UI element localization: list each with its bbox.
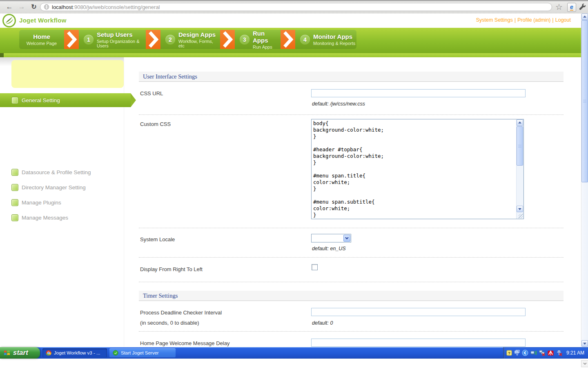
header-links: System Settings|Profile (admin)|Logout	[476, 17, 571, 23]
custom-css-textarea-wrap: body{ background-color:white; } #header …	[311, 119, 524, 219]
scroll-up-button[interactable]	[581, 13, 588, 20]
hide-tray-icons-chevron[interactable]	[522, 350, 528, 356]
wireless-disconnected-icon[interactable]	[556, 350, 562, 356]
tab-title: Run Apps	[253, 30, 281, 44]
reload-button[interactable]: ↻	[29, 2, 39, 12]
link-separator: |	[552, 17, 554, 23]
screen: ← → ↻ localhost:9080/jw/web/console/sett…	[0, 0, 588, 368]
windows-flag-icon	[3, 349, 11, 357]
sidebar-item-general-setting[interactable]: General Setting	[0, 93, 131, 107]
forward-button[interactable]: →	[16, 2, 27, 12]
css-url-input[interactable]	[311, 89, 526, 97]
task-label: Start Joget Server	[121, 350, 159, 355]
menu-square-icon	[11, 214, 18, 221]
tab-subtitle: Monitoring & Reports	[313, 41, 355, 46]
globe-icon	[44, 4, 49, 10]
step-number-badge: 4	[300, 35, 310, 45]
textarea-resize-handle[interactable]	[519, 214, 523, 218]
ie-icon: e	[570, 4, 573, 11]
sidebar-item-directory-manager[interactable]: Directory Manager Setting	[0, 183, 86, 191]
link-profile[interactable]: Profile (admin)	[517, 17, 550, 23]
scrollbar-thumb[interactable]	[517, 126, 523, 166]
tab-home[interactable]: Home Welcome Page	[19, 30, 64, 49]
sidebar-item-label: Manage Messages	[22, 215, 68, 221]
tab-subtitle: Workflow, Forms, etc	[178, 39, 220, 48]
svg-text:?: ?	[508, 351, 510, 355]
arrow-separator-icon	[220, 30, 235, 49]
step-number-badge: 1	[84, 35, 94, 45]
avira-antivirus-icon[interactable]	[548, 350, 554, 356]
browser-toolbar: ← → ↻ localhost:9080/jw/web/console/sett…	[0, 0, 588, 14]
scroll-down-button[interactable]	[581, 340, 588, 347]
css-url-default-hint: default: /jw/css/new.css	[312, 101, 365, 107]
tab-subtitle: Run Apps	[253, 45, 281, 49]
scroll-up-button[interactable]	[517, 119, 523, 126]
menu-square-icon	[11, 184, 18, 191]
network-disconnected-icon[interactable]	[539, 350, 546, 356]
rtl-checkbox[interactable]	[312, 264, 318, 270]
start-button[interactable]: start	[0, 347, 40, 359]
system-locale-default-hint: default: en_US	[312, 246, 346, 251]
scrollbar-grip	[518, 145, 521, 148]
sidebar-item-label: Directory Manager Setting	[22, 184, 86, 191]
bookmark-star-icon[interactable]: ☆	[555, 2, 563, 12]
tab-subtitle: Welcome Page	[27, 41, 57, 46]
taskbar-task-joget-server[interactable]: Start Joget Server	[109, 348, 176, 357]
back-button[interactable]: ←	[4, 2, 15, 12]
language-bar-restore-icon[interactable]	[514, 350, 520, 356]
row-divider	[139, 228, 564, 228]
custom-css-textarea[interactable]: body{ background-color:white; } #header …	[312, 119, 516, 218]
scrollbar-thumb[interactable]	[581, 20, 588, 182]
deadline-interval-input[interactable]	[311, 308, 526, 316]
arrow-separator-icon	[64, 30, 79, 49]
system-locale-label: System Locale	[140, 236, 175, 242]
custom-css-label: Custom CSS	[140, 121, 171, 127]
scroll-down-button[interactable]	[517, 206, 523, 212]
start-label: start	[13, 349, 28, 357]
sidebar-item-manage-plugins[interactable]: Manage Plugins	[0, 198, 61, 206]
sidebar-item-manage-messages[interactable]: Manage Messages	[0, 213, 68, 222]
clock: 9:21 AM	[566, 350, 584, 356]
network-activity-icon[interactable]	[530, 350, 537, 356]
rtl-label: Display From Right To Left	[140, 266, 203, 272]
tab-title: Design Apps	[178, 31, 220, 38]
menu-square-icon	[11, 169, 18, 176]
arrow-separator-icon	[281, 30, 295, 49]
row-divider	[139, 282, 564, 282]
navbar-bottom-strip	[0, 53, 581, 57]
wrench-menu-button[interactable]	[578, 3, 587, 11]
link-logout[interactable]: Logout	[555, 17, 571, 23]
tab-design-apps[interactable]: 2 Design Apps Workflow, Forms, etc	[160, 30, 220, 49]
deadline-interval-label: Process Deadline Checker Interval	[140, 310, 222, 316]
dropdown-chevron-icon[interactable]	[343, 235, 350, 242]
sidebar-item-datasource-profile[interactable]: Datasource & Profile Setting	[0, 168, 91, 176]
tab-title: Setup Users	[97, 31, 146, 38]
nav-tabs: Home Welcome Page 1 Setup Users Setup Or…	[19, 30, 356, 49]
deadline-interval-sublabel: (in seconds, 0 to disable)	[140, 320, 199, 326]
textarea-scrollbar[interactable]	[516, 119, 523, 219]
taskbar-task-chrome[interactable]: Joget Workflow v3 - ...	[42, 348, 107, 357]
deadline-interval-default-hint: default: 0	[312, 320, 333, 326]
link-separator: |	[514, 17, 516, 23]
system-locale-select[interactable]	[311, 234, 351, 242]
welcome-delay-input[interactable]	[311, 339, 526, 347]
task-label: Joget Workflow v3 - ...	[54, 350, 100, 355]
page-scrollbar[interactable]	[581, 13, 588, 347]
outer-scroll-down-icon[interactable]	[581, 360, 588, 367]
chrome-icon	[46, 350, 51, 356]
tab-monitor-apps[interactable]: 4 Monitor Apps Monitoring & Reports	[295, 30, 356, 49]
tab-run-apps[interactable]: 3 Run Apps Run Apps	[235, 30, 281, 49]
address-bar[interactable]: localhost:9080/jw/web/console/setting/ge…	[40, 3, 552, 11]
sidebar-item-label: Manage Plugins	[22, 200, 61, 206]
sidebar-item-label: Datasource & Profile Setting	[22, 169, 91, 175]
ie-tab-extension-button[interactable]: e	[567, 3, 576, 12]
help-tray-icon[interactable]: ?	[506, 350, 512, 356]
row-divider	[139, 331, 564, 332]
system-tray: ? 9:21 AM	[503, 347, 588, 359]
link-system-settings[interactable]: System Settings	[476, 17, 513, 23]
section-header-ui-settings: User Interface Settings	[139, 72, 564, 82]
scrollbar-grip	[583, 100, 586, 103]
menu-square-icon	[11, 97, 18, 104]
tab-setup-users[interactable]: 1 Setup Users Setup Organization & Users	[79, 30, 146, 49]
joget-server-icon	[113, 350, 118, 356]
